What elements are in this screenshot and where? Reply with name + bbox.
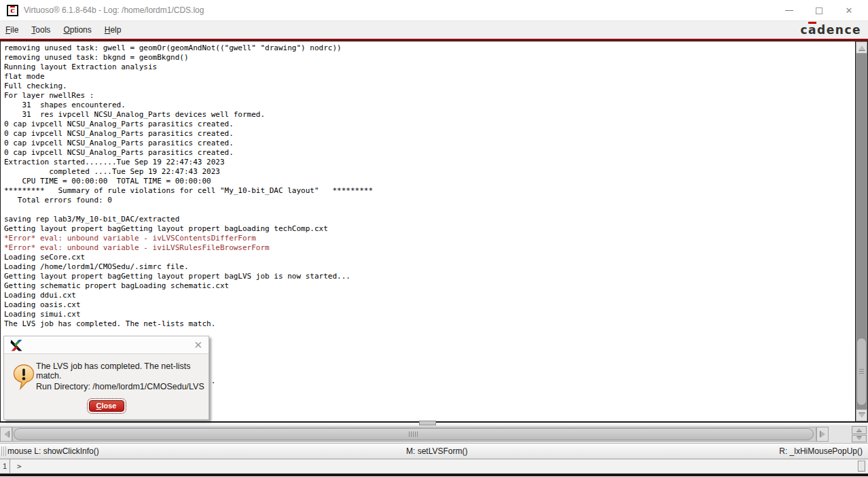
dialog-message: The LVS job has completed. The net-lists… xyxy=(36,361,209,381)
dialog-titlebar: ✕ xyxy=(4,336,209,354)
log-line: Getting layout propert bagGetting layout… xyxy=(4,224,855,234)
triangle-left-icon xyxy=(4,431,9,438)
status-bar: mouse L: showClickInfo() M: setLVSForm()… xyxy=(0,443,868,459)
log-line: Getting schematic propert bagLoading sch… xyxy=(4,281,855,291)
log-line: For layer nwellRes : xyxy=(4,91,855,101)
pane-up-button[interactable] xyxy=(852,426,867,434)
pane-down-button[interactable] xyxy=(852,435,867,443)
triangle-up-icon xyxy=(856,428,862,431)
pane-resize-widget[interactable] xyxy=(852,426,867,442)
lvs-dialog: ✕ The LVS job has completed. The net-lis… xyxy=(3,336,209,420)
close-icon: ✕ xyxy=(846,5,853,16)
log-line: removing unused task: gwell = geomOr(geo… xyxy=(4,43,855,53)
prompt-symbol: > xyxy=(17,462,22,471)
dialog-run-directory: Run Directory: /home/lordm1/CMOSedu/LVS xyxy=(36,382,204,391)
log-line: 0 cap ivpcell NCSU_Analog_Parts parasiti… xyxy=(4,139,855,148)
status-mouse-left: mouse L: showClickInfo() xyxy=(7,446,99,456)
grip-icon xyxy=(409,431,418,437)
log-line: Loading /home/lordm1/CMOSedu/.simrc file… xyxy=(4,262,855,272)
command-prompt-row: 1 > xyxy=(0,459,868,474)
log-line: flat mode xyxy=(4,72,855,82)
h-scrollbar-thumb[interactable] xyxy=(14,428,814,440)
v-scrollbar-track[interactable] xyxy=(856,54,867,409)
menu-item-options[interactable]: Options xyxy=(63,22,97,37)
v-scrollbar-down-button[interactable] xyxy=(856,409,867,421)
menu-item-file[interactable]: File xyxy=(5,22,24,37)
window-titlebar: c Virtuoso® 6.1.8-64b - Log: /home/lordm… xyxy=(0,0,868,21)
x11-icon xyxy=(10,339,23,352)
log-line: CPU TIME = 00:00:00 TOTAL TIME = 00:00:0… xyxy=(4,177,855,186)
triangle-right-icon xyxy=(820,431,825,438)
log-line: Loading seCore.cxt xyxy=(4,253,855,262)
log-line: completed ....Tue Sep 19 22:47:43 2023 xyxy=(4,167,855,177)
menu-bar: FileToolsOptionsHelpcadence xyxy=(0,21,868,39)
triangle-down-icon xyxy=(856,437,862,440)
log-line: ********* Summary of rule violations for… xyxy=(4,186,855,196)
log-line: Loading oasis.cxt xyxy=(4,300,855,310)
prompt-mini-scrollbar[interactable] xyxy=(858,461,865,472)
log-line-error: *Error* eval: unbound variable - ivLVSCo… xyxy=(4,234,855,243)
log-line: The LVS job has completed. The net-lists… xyxy=(4,319,855,329)
log-line: Full checking. xyxy=(4,82,855,91)
h-scrollbar[interactable] xyxy=(0,425,868,443)
log-line: Total errors found: 0 xyxy=(4,196,855,205)
log-line-error: *Error* eval: unbound variable - iviLVSR… xyxy=(4,243,855,253)
log-line: Getting layout propert bagGetting layout… xyxy=(4,272,855,281)
log-line: Extraction started.......Tue Sep 19 22:4… xyxy=(4,158,855,167)
v-scrollbar-up-button[interactable] xyxy=(856,41,867,54)
triangle-down-icon xyxy=(858,413,865,418)
dialog-close-icon[interactable]: ✕ xyxy=(194,339,202,351)
minimize-button[interactable] xyxy=(774,0,804,21)
maximize-button[interactable] xyxy=(804,0,834,21)
prompt-line-number: 1 xyxy=(0,459,10,473)
triangle-up-icon xyxy=(858,46,865,50)
log-line: 31 res ivpcell NCSU_Analog_Parts devices… xyxy=(4,110,855,120)
cadence-logo: cadence xyxy=(801,23,861,37)
grip-icon xyxy=(859,369,864,374)
log-line: 0 cap ivpcell NCSU_Analog_Parts parasiti… xyxy=(4,120,855,129)
log-line: 0 cap ivpcell NCSU_Analog_Parts parasiti… xyxy=(4,148,855,158)
log-line: 31 shapes encountered. xyxy=(4,101,855,110)
minimize-icon xyxy=(785,10,793,11)
command-input[interactable] xyxy=(22,459,868,473)
h-scrollbar-right-button[interactable] xyxy=(816,427,829,442)
v-scrollbar[interactable] xyxy=(855,41,867,421)
status-mouse-middle: M: setLVSForm() xyxy=(406,446,467,456)
maximize-icon xyxy=(816,7,822,14)
bottom-edge xyxy=(0,474,868,476)
warning-icon xyxy=(13,364,35,391)
log-line: 0 cap ivpcell NCSU_Analog_Parts parasiti… xyxy=(4,129,855,139)
log-line: Loading ddui.cxt xyxy=(4,291,855,300)
h-scrollbar-track[interactable] xyxy=(12,427,816,442)
log-line: saving rep lab3/My_10-bit_DAC/extracted xyxy=(4,215,855,224)
cadence-app-icon: c xyxy=(7,5,18,16)
v-scrollbar-thumb[interactable] xyxy=(856,338,867,405)
menu-item-tools[interactable]: Tools xyxy=(31,22,56,37)
dialog-body: The LVS job has completed. The net-lists… xyxy=(4,354,209,419)
splitter-handle[interactable] xyxy=(419,421,436,425)
log-line: Running layout Extraction analysis xyxy=(4,63,855,72)
grip-icon xyxy=(1,446,6,456)
log-line xyxy=(4,205,855,215)
log-line: Loading simui.cxt xyxy=(4,310,855,319)
h-scrollbar-left-button[interactable] xyxy=(0,427,12,442)
menu-item-help[interactable]: Help xyxy=(105,22,128,37)
window-title: Virtuoso® 6.1.8-64b - Log: /home/lordm1/… xyxy=(24,5,204,15)
log-line: removing unused task: bkgnd = geomBkgnd(… xyxy=(4,53,855,63)
close-button[interactable]: ✕ xyxy=(834,0,864,21)
dialog-close-button[interactable]: Close xyxy=(89,400,124,412)
status-mouse-right: R: _lxHiMousePopUp() xyxy=(779,446,863,456)
